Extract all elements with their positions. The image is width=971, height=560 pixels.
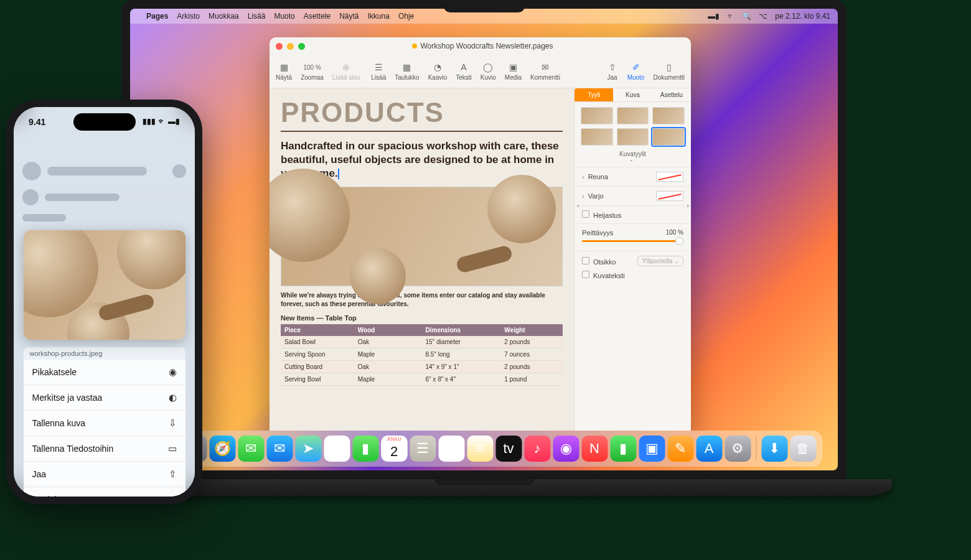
dock-pages[interactable]: ✎ xyxy=(667,436,693,462)
dock-mail[interactable]: ✉ xyxy=(266,436,293,462)
dock-messages[interactable]: ✉ xyxy=(238,436,264,462)
attachment-preview[interactable] xyxy=(24,230,185,340)
shadow-swatch[interactable] xyxy=(656,191,683,201)
table-cell[interactable]: 14" x 9" x 1" xyxy=(421,361,500,373)
dock-podcasts[interactable]: ◉ xyxy=(553,436,579,462)
tool-add-page[interactable]: ⊕Lisää sivu xyxy=(332,62,360,81)
table-cell[interactable]: 8.5" long xyxy=(421,348,500,361)
styles-next-icon[interactable]: › xyxy=(687,202,689,209)
col-wood[interactable]: Wood xyxy=(354,324,422,336)
inspector-caption[interactable]: Kuvateksti xyxy=(575,271,691,284)
doc-heading[interactable]: PRODUCTS xyxy=(281,97,563,132)
table-cell[interactable]: Cutting Board xyxy=(281,361,354,373)
products-table[interactable]: Piece Wood Dimensions Weight Salad BowlO… xyxy=(281,324,563,386)
spotlight-icon[interactable]: 🔍 xyxy=(742,12,751,21)
table-cell[interactable]: 1 pound xyxy=(500,373,563,386)
table-cell[interactable]: Oak xyxy=(354,361,422,373)
menu-item-save-image[interactable]: Tallenna kuva⇩ xyxy=(24,410,185,436)
document-canvas[interactable]: PRODUCTS Handcrafted in our spacious wor… xyxy=(270,88,574,436)
dock-tv[interactable]: tv xyxy=(495,436,522,462)
dock-keynote[interactable]: ▣ xyxy=(639,436,665,462)
inspector-tab-style[interactable]: Tyyli xyxy=(575,88,613,102)
dock-downloads[interactable]: ⬇ xyxy=(761,436,787,462)
table-row[interactable]: Serving SpoonMaple8.5" long7 ounces xyxy=(281,348,563,361)
tool-document[interactable]: ▯Dokumentti xyxy=(653,62,685,81)
menu-muoto[interactable]: Muoto xyxy=(274,12,294,21)
style-thumb[interactable] xyxy=(617,107,649,124)
table-row[interactable]: Cutting BoardOak14" x 9" x 1"2 pounds xyxy=(281,361,563,373)
dock-maps[interactable]: ➤ xyxy=(295,436,321,462)
table-cell[interactable]: 6" x 8" x 4" xyxy=(421,373,500,386)
menu-item-eye[interactable]: Pikakatsele◉ xyxy=(24,360,185,385)
menu-ohje[interactable]: Ohje xyxy=(398,12,414,21)
tool-view[interactable]: ▦Näytä xyxy=(276,62,292,81)
style-thumb[interactable] xyxy=(617,128,649,146)
table-cell[interactable]: Oak xyxy=(354,336,422,348)
minimize-icon[interactable] xyxy=(287,43,294,50)
dock-contacts[interactable]: ☰ xyxy=(410,436,436,462)
menu-item-markup[interactable]: Merkitse ja vastaa◐ xyxy=(24,385,185,410)
doc-body[interactable]: While we're always trying out new forms,… xyxy=(281,291,563,308)
style-thumb[interactable] xyxy=(581,107,613,124)
dock-settings[interactable]: ⚙ xyxy=(725,436,751,462)
tool-shape[interactable]: ◯Kuvio xyxy=(481,62,496,81)
style-thumb[interactable] xyxy=(581,128,613,146)
dock-reminders[interactable]: ☰ xyxy=(438,436,464,462)
dock-facetime[interactable]: ▮ xyxy=(352,436,378,462)
window-titlebar[interactable]: Workshop Woodcrafts Newsletter.pages xyxy=(270,37,691,55)
doc-section-title[interactable]: New Items — Table Top xyxy=(281,314,563,322)
title-position-select[interactable]: Yläpuolella ⌄ xyxy=(637,256,683,266)
table-cell[interactable]: Maple xyxy=(354,373,422,386)
menu-lisaa[interactable]: Lisää xyxy=(248,12,266,21)
table-cell[interactable]: Serving Bowl xyxy=(281,373,354,386)
menu-nayta[interactable]: Näytä xyxy=(339,12,359,21)
menu-ikkuna[interactable]: Ikkuna xyxy=(368,12,390,21)
col-piece[interactable]: Piece xyxy=(281,324,354,336)
tool-insert[interactable]: ☰Lisää xyxy=(371,62,386,81)
tool-format[interactable]: ✐Muoto xyxy=(627,62,645,81)
menu-item-share[interactable]: Jaa⇧ xyxy=(24,461,185,487)
border-swatch[interactable] xyxy=(656,172,683,182)
tool-chart[interactable]: ◔Kaavio xyxy=(428,62,448,81)
dock-trash[interactable]: 🗑 xyxy=(790,436,816,462)
battery-icon[interactable]: ▬▮ xyxy=(708,12,720,21)
table-cell[interactable]: Maple xyxy=(354,348,422,361)
table-row[interactable]: Salad BowlOak15" diameter2 pounds xyxy=(281,336,563,348)
style-thumb-selected[interactable] xyxy=(652,128,685,146)
menu-arkisto[interactable]: Arkisto xyxy=(177,12,200,21)
doc-image[interactable] xyxy=(281,187,563,286)
table-cell[interactable]: 2 pounds xyxy=(500,361,563,373)
col-dimensions[interactable]: Dimensions xyxy=(421,324,500,336)
tool-text[interactable]: ATeksti xyxy=(456,62,472,81)
dock-numbers[interactable]: ▮ xyxy=(610,436,636,462)
inspector-tab-image[interactable]: Kuva xyxy=(613,88,652,102)
opacity-value[interactable]: 100 % xyxy=(666,229,683,236)
table-cell[interactable]: 2 pounds xyxy=(500,336,563,348)
dock-notes[interactable]: ≡ xyxy=(467,436,493,462)
style-thumb[interactable] xyxy=(652,107,685,124)
table-row[interactable]: Serving BowlMaple6" x 8" x 4"1 pound xyxy=(281,373,563,386)
dock-photos[interactable]: ✿ xyxy=(324,436,350,462)
menu-asettele[interactable]: Asettele xyxy=(304,12,331,21)
menu-clock[interactable]: pe 2.12. klo 9.41 xyxy=(775,12,830,21)
tool-zoom[interactable]: 100 %Zoomaa xyxy=(301,62,324,81)
dock-safari[interactable]: 🧭 xyxy=(209,436,235,462)
tool-share[interactable]: ⇧Jaa xyxy=(606,62,619,81)
close-icon[interactable] xyxy=(276,43,283,50)
opacity-slider[interactable] xyxy=(582,240,683,242)
table-cell[interactable]: Salad Bowl xyxy=(281,336,354,348)
table-cell[interactable]: 15" diameter xyxy=(421,336,500,348)
inspector-border[interactable]: Reuna xyxy=(575,167,691,186)
styles-prev-icon[interactable]: ‹ xyxy=(577,202,579,209)
tool-comment[interactable]: ✉Kommentti xyxy=(530,62,560,81)
wifi-icon[interactable]: ᯤ xyxy=(727,12,734,21)
dock-calendar[interactable]: JOULU2 xyxy=(381,436,407,462)
table-cell[interactable]: 7 ounces xyxy=(500,348,563,361)
dock-news[interactable]: N xyxy=(581,436,607,462)
menu-app-name[interactable]: Pages xyxy=(146,12,168,21)
control-center-icon[interactable]: ⌥ xyxy=(759,12,767,21)
dock-music[interactable]: ♪ xyxy=(524,436,550,462)
tool-media[interactable]: ▣Media xyxy=(505,62,522,81)
col-weight[interactable]: Weight xyxy=(500,324,563,336)
menu-item-copy[interactable]: Kopioi⧉ xyxy=(24,487,185,497)
